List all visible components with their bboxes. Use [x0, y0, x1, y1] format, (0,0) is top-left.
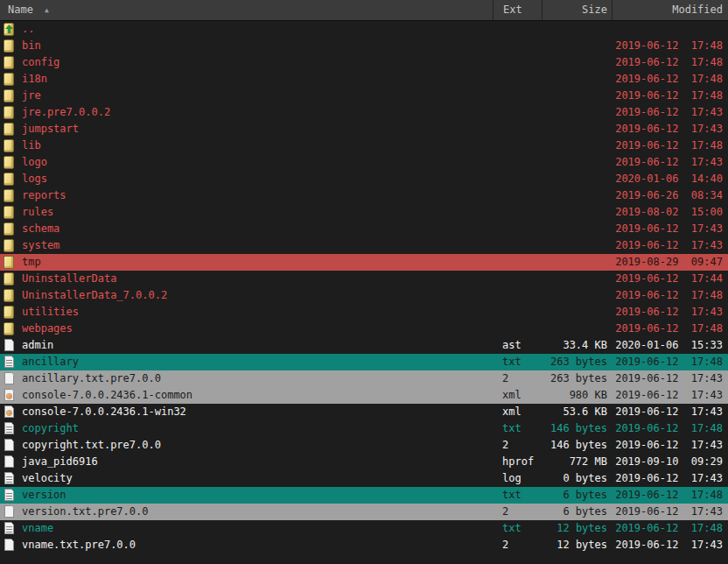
file-modified: 2019-06-12 17:44	[612, 271, 728, 287]
file-name: version	[22, 487, 66, 504]
file-row[interactable]: utilities 2019-06-12 17:43	[0, 304, 728, 321]
file-size	[542, 171, 612, 187]
file-row[interactable]: reports 2019-06-26 08:34	[0, 187, 728, 204]
file-row[interactable]: console-7.0.0.2436.1-common xml 980 KB 2…	[0, 387, 728, 404]
file-row[interactable]: ancillary.txt.pre7.0.0 2 263 bytes 2019-…	[0, 370, 728, 387]
text-file-icon	[3, 521, 16, 536]
file-ext: hprof	[493, 454, 542, 470]
file-ext	[493, 71, 542, 88]
file-icon	[3, 338, 16, 353]
file-row[interactable]: java_pid6916 hprof 772 MB 2019-09-10 09:…	[0, 454, 728, 470]
file-ext	[493, 204, 542, 221]
folder-icon	[3, 122, 16, 137]
file-ext: txt	[493, 487, 542, 504]
file-modified: 2019-06-12 17:48	[612, 71, 728, 88]
file-modified: 2019-06-12 17:48	[612, 88, 728, 104]
file-manager-window: Name ▲ Ext Size Modified .. bin 2019-06-…	[0, 0, 728, 564]
folder-icon	[3, 305, 16, 320]
file-modified: 2019-06-12 17:43	[612, 537, 728, 553]
file-row[interactable]: vname txt 12 bytes 2019-06-12 17:48	[0, 520, 728, 537]
file-size	[542, 187, 612, 204]
folder-icon	[3, 188, 16, 203]
file-size	[542, 271, 612, 287]
file-size	[542, 71, 612, 88]
folder-icon	[3, 271, 16, 286]
file-row[interactable]: copyright txt 146 bytes 2019-06-12 17:48	[0, 420, 728, 437]
text-file-icon	[3, 471, 16, 486]
file-name: UninstallerData_7.0.0.2	[22, 287, 167, 304]
file-size	[542, 137, 612, 154]
file-name: webpages	[22, 321, 73, 337]
file-modified: 2019-06-12 17:43	[612, 104, 728, 121]
folder-icon	[3, 321, 16, 336]
file-name: version.txt.pre7.0.0	[22, 504, 149, 520]
file-row[interactable]: jre 2019-06-12 17:48	[0, 88, 728, 104]
sort-ascending-icon: ▲	[45, 0, 49, 20]
column-header-ext[interactable]: Ext	[493, 0, 542, 20]
folder-icon	[3, 222, 16, 236]
folder-icon	[3, 88, 16, 103]
file-row[interactable]: jre.pre7.0.0.2 2019-06-12 17:43	[0, 104, 728, 121]
file-modified: 2019-06-12 17:43	[612, 504, 728, 520]
file-ext: 2	[493, 370, 542, 387]
file-row[interactable]: schema 2019-06-12 17:43	[0, 221, 728, 237]
file-row[interactable]: ..	[0, 21, 728, 38]
folder-icon	[3, 72, 16, 87]
file-ext	[493, 54, 542, 71]
file-row[interactable]: logo 2019-06-12 17:43	[0, 154, 728, 171]
file-row[interactable]: jumpstart 2019-06-12 17:43	[0, 121, 728, 137]
file-size: 33.4 KB	[542, 337, 612, 354]
file-ext: ast	[493, 337, 542, 354]
file-modified: 2019-06-12 17:43	[612, 121, 728, 137]
folder-icon	[3, 255, 16, 270]
file-ext: 2	[493, 537, 542, 553]
file-row[interactable]: console-7.0.0.2436.1-win32 xml 53.6 KB 2…	[0, 404, 728, 420]
file-row[interactable]: copyright.txt.pre7.0.0 2 146 bytes 2019-…	[0, 437, 728, 454]
file-row[interactable]: velocity log 0 bytes 2019-06-12 17:43	[0, 470, 728, 487]
folder-icon	[3, 105, 16, 120]
folder-icon	[3, 138, 16, 153]
file-size	[542, 321, 612, 337]
file-modified: 2019-06-12 17:43	[612, 154, 728, 171]
column-header-name[interactable]: Name ▲	[0, 0, 493, 20]
column-header-size[interactable]: Size	[542, 0, 612, 20]
file-row[interactable]: admin ast 33.4 KB 2020-01-06 15:33	[0, 337, 728, 354]
file-ext	[493, 187, 542, 204]
file-modified: 2019-06-12 17:48	[612, 137, 728, 154]
file-modified: 2019-09-10 09:29	[612, 454, 728, 470]
file-row[interactable]: version.txt.pre7.0.0 2 6 bytes 2019-06-1…	[0, 504, 728, 520]
file-row[interactable]: tmp 2019-08-29 09:47	[0, 254, 728, 271]
file-name: ancillary	[22, 354, 79, 370]
file-modified: 2019-06-12 17:43	[612, 304, 728, 321]
file-row[interactable]: webpages 2019-06-12 17:48	[0, 321, 728, 337]
file-row[interactable]: logs 2020-01-06 14:40	[0, 171, 728, 187]
file-row[interactable]: ancillary txt 263 bytes 2019-06-12 17:48	[0, 354, 728, 370]
file-row[interactable]: lib 2019-06-12 17:48	[0, 137, 728, 154]
file-size: 12 bytes	[542, 520, 612, 537]
file-row[interactable]: i18n 2019-06-12 17:48	[0, 71, 728, 88]
file-size	[542, 38, 612, 54]
file-row[interactable]: config 2019-06-12 17:48	[0, 54, 728, 71]
file-ext	[493, 254, 542, 271]
file-row[interactable]: rules 2019-08-02 15:00	[0, 204, 728, 221]
file-row[interactable]: version txt 6 bytes 2019-06-12 17:48	[0, 487, 728, 504]
file-row[interactable]: bin 2019-06-12 17:48	[0, 38, 728, 54]
file-name: bin	[22, 38, 41, 54]
file-name: ancillary.txt.pre7.0.0	[22, 370, 161, 387]
file-ext	[493, 121, 542, 137]
file-row[interactable]: UninstallerData 2019-06-12 17:44	[0, 271, 728, 287]
file-ext	[493, 237, 542, 254]
file-name: jre	[22, 88, 41, 104]
column-header-modified[interactable]: Modified	[612, 0, 728, 20]
xml-file-icon	[3, 405, 16, 419]
file-name: reports	[22, 187, 66, 204]
file-size	[542, 304, 612, 321]
file-row[interactable]: system 2019-06-12 17:43	[0, 237, 728, 254]
file-ext	[493, 304, 542, 321]
file-row[interactable]: vname.txt.pre7.0.0 2 12 bytes 2019-06-12…	[0, 537, 728, 553]
file-name: ..	[22, 21, 34, 38]
file-row[interactable]: UninstallerData_7.0.0.2 2019-06-12 17:48	[0, 287, 728, 304]
file-modified: 2019-08-29 09:47	[612, 254, 728, 271]
file-icon	[3, 371, 16, 386]
file-size	[542, 104, 612, 121]
